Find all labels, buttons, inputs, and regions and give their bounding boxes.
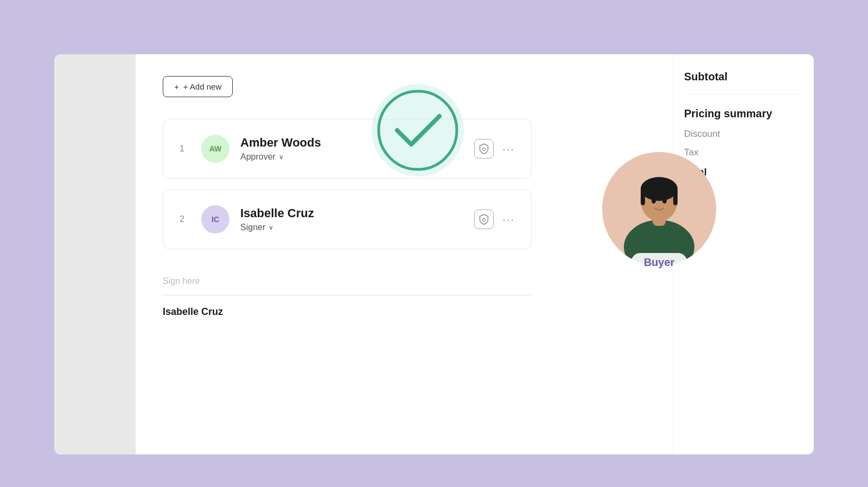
role-label-isabelle: Signer — [240, 223, 265, 232]
sign-here-text: Sign here — [163, 276, 651, 286]
card-number-1: 1 — [180, 144, 190, 154]
chevron-down-icon-isabelle[interactable]: ∨ — [269, 224, 273, 231]
person-card-isabelle: 2 IC Isabelle Cruz Signer ∨ ··· — [163, 189, 532, 249]
svg-point-13 — [652, 198, 656, 204]
buyer-photo — [602, 152, 716, 266]
person-card-amber: 1 AW Amber Woods Approver ∨ ··· — [163, 119, 532, 179]
svg-point-4 — [372, 84, 464, 176]
sidebar-area — [54, 54, 136, 454]
sign-divider — [163, 295, 532, 295]
svg-rect-12 — [673, 189, 678, 205]
card-actions-isabelle: ··· — [474, 210, 515, 229]
content-area: + + Add new 1 AW Amber Woods Approver ∨ — [136, 54, 673, 454]
pricing-item-discount: Discount — [684, 129, 803, 140]
subtotal-label: Subtotal — [684, 71, 803, 94]
svg-point-2 — [483, 219, 486, 222]
more-options-icon-isabelle[interactable]: ··· — [502, 213, 515, 226]
svg-rect-11 — [641, 189, 645, 205]
role-label-amber: Approver — [240, 152, 276, 162]
sign-here-section: Sign here Isabelle Cruz — [163, 265, 651, 318]
bottom-name: Isabelle Cruz — [163, 306, 651, 318]
card-number-2: 2 — [180, 214, 190, 224]
svg-point-10 — [641, 177, 678, 201]
shield-icon-isabelle[interactable] — [474, 210, 494, 229]
avatar-aw: AW — [201, 135, 229, 163]
check-circle-overlay — [369, 81, 467, 179]
card-actions-amber: ··· — [474, 139, 515, 159]
avatar-ic: IC — [201, 205, 229, 233]
buyer-label: Buyer — [631, 253, 688, 272]
add-new-button[interactable]: + + Add new — [163, 76, 233, 97]
person-role-isabelle: Signer ∨ — [240, 223, 463, 232]
plus-icon: + — [174, 82, 179, 91]
buyer-overlay: Buyer — [602, 152, 716, 272]
svg-point-0 — [483, 148, 486, 151]
more-options-icon-amber[interactable]: ··· — [502, 143, 515, 155]
person-name-isabelle: Isabelle Cruz — [240, 206, 463, 220]
pricing-summary-label: Pricing summary — [684, 107, 803, 120]
add-new-label: + Add new — [183, 82, 221, 91]
person-info-isabelle: Isabelle Cruz Signer ∨ — [240, 206, 463, 232]
shield-icon-amber[interactable] — [474, 139, 494, 159]
chevron-down-icon-amber[interactable]: ∨ — [279, 153, 284, 161]
svg-point-14 — [662, 198, 667, 204]
